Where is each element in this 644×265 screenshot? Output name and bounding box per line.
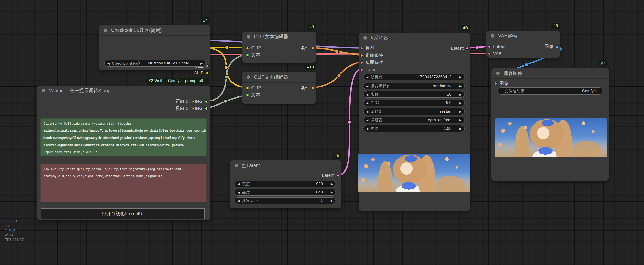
output-slot-conditioning[interactable]: 条件 (300, 45, 315, 51)
output-slot-negative-string[interactable]: 反向 STRING (176, 105, 208, 111)
input-slot-latent[interactable]: Latent (488, 44, 506, 50)
node-header[interactable]: WeiLin 二合一提示词转String (37, 86, 210, 96)
conditioning-port-icon[interactable] (360, 54, 363, 57)
latent-port-icon[interactable] (466, 47, 469, 50)
prev-arrow-icon[interactable]: ◀ (366, 85, 368, 88)
prev-arrow-icon[interactable]: ◀ (366, 119, 368, 122)
conditioning-port-icon[interactable] (312, 87, 315, 90)
next-arrow-icon[interactable]: ▶ (200, 62, 203, 65)
clip-port-icon[interactable] (246, 87, 249, 90)
string-port-icon[interactable] (246, 54, 249, 57)
model-port-icon[interactable] (206, 64, 209, 68)
output-slot-clip[interactable]: CLIP (194, 70, 209, 76)
image-port-icon[interactable] (556, 45, 558, 48)
widget-cfg[interactable]: ◀ CFG 5.0 ▶ (363, 100, 464, 106)
next-arrow-icon[interactable]: ▶ (331, 182, 333, 186)
prev-arrow-icon[interactable]: ◀ (238, 199, 240, 202)
collapse-dot-icon[interactable] (247, 35, 250, 39)
node-header[interactable]: Checkpoint加载器(简易) (99, 25, 210, 36)
node-header[interactable]: 空Latent (230, 160, 341, 171)
widget-steps[interactable]: ◀ 步数 10 ▶ (363, 91, 464, 98)
input-slot-clip[interactable]: CLIP (246, 45, 261, 51)
positive-prompt-textarea[interactable]: (ciloranko:0.8),sakyumama (kedama milk),… (40, 118, 206, 156)
widget-width[interactable]: ◀ 宽度 1920 ▶ (234, 181, 336, 187)
conditioning-port-icon[interactable] (360, 61, 363, 64)
output-slot-latent[interactable]: Latent (322, 172, 340, 178)
node-header[interactable]: 保存图像 (491, 68, 609, 79)
output-slot-image[interactable]: 图像 (544, 44, 558, 50)
widget-sampler-name[interactable]: ◀ 采样器 restart ▶ (363, 108, 464, 115)
widget-batch-size[interactable]: ◀ 批次大小 1 ▶ (234, 197, 336, 204)
latent-port-icon[interactable] (336, 174, 340, 177)
widget-denoise[interactable]: ◀ 降噪 1.00 ▶ (363, 125, 464, 132)
prev-arrow-icon[interactable]: ◀ (366, 93, 368, 96)
string-port-icon[interactable] (205, 107, 208, 110)
negative-prompt-textarea[interactable]: low quality,worst quality,normal quality… (40, 164, 206, 202)
node-clip-encoder-negative[interactable]: #10 CLIP文本编码器 CLIP 文本 条件 (242, 72, 316, 104)
widget-filename-prefix[interactable]: 文件名前缀 ComfyUI (497, 88, 603, 95)
input-slot-image[interactable]: 图像 (494, 80, 508, 87)
model-port-icon[interactable] (360, 47, 363, 50)
next-arrow-icon[interactable]: ▶ (459, 127, 462, 130)
clip-port-icon[interactable] (246, 47, 249, 50)
node-empty-latent[interactable]: #5 空Latent Latent ◀ 宽度 1920 ▶ ◀ 高度 640 ▶… (230, 160, 341, 208)
node-weilin-prompt[interactable]: #2 WeiLin-ComfyUI-prompt-all... WeiLin 二… (37, 86, 210, 220)
collapse-dot-icon[interactable] (491, 34, 494, 38)
prev-arrow-icon[interactable]: ◀ (366, 127, 368, 130)
next-arrow-icon[interactable]: ▶ (459, 119, 462, 122)
input-slot-model[interactable]: 模型 (360, 45, 374, 51)
next-arrow-icon[interactable]: ▶ (459, 102, 462, 105)
output-slot-latent[interactable]: Latent (451, 45, 469, 51)
node-ksampler[interactable]: #8 K采样器 模型 正面条件 负面条件 Latent Latent ◀ 随机种… (359, 33, 470, 211)
latent-port-icon[interactable] (360, 68, 363, 71)
next-arrow-icon[interactable]: ▶ (459, 110, 462, 113)
prev-arrow-icon[interactable]: ◀ (366, 102, 368, 105)
latent-port-icon[interactable] (488, 45, 491, 48)
node-vae-decode[interactable]: #6 VAE解码 Latent VAE 图像 (486, 31, 560, 58)
next-arrow-icon[interactable]: ▶ (459, 85, 462, 88)
next-arrow-icon[interactable]: ▶ (331, 191, 333, 194)
conditioning-port-icon[interactable] (312, 47, 315, 50)
output-slot-conditioning[interactable]: 条件 (300, 85, 315, 91)
input-slot-clip[interactable]: CLIP (246, 85, 261, 91)
node-header[interactable]: CLIP文本编码器 (242, 32, 316, 42)
widget-control-after-generate[interactable]: ◀ 运行后操作 randomize ▶ (363, 83, 464, 89)
widget-seed[interactable]: ◀ 随机种 179044872368412 ▶ (363, 74, 464, 80)
next-arrow-icon[interactable]: ▶ (331, 199, 333, 202)
prev-arrow-icon[interactable]: ◀ (238, 191, 240, 194)
collapse-dot-icon[interactable] (496, 72, 500, 75)
node-header[interactable]: CLIP文本编码器 (242, 72, 316, 83)
node-graph-canvas[interactable]: #4 Checkpoint加载器(简易) 模型 CLIP VAE ◀ Check… (0, 0, 644, 265)
input-slot-text[interactable]: 文本 (246, 92, 260, 98)
input-slot-positive[interactable]: 正面条件 (360, 52, 383, 59)
open-prompt-ui-button[interactable]: 打开可视化PromptUI (41, 208, 205, 219)
next-arrow-icon[interactable]: ▶ (459, 76, 462, 79)
node-header[interactable]: VAE解码 (486, 31, 560, 41)
prev-arrow-icon[interactable]: ◀ (366, 76, 368, 79)
next-arrow-icon[interactable]: ▶ (459, 93, 462, 96)
collapse-dot-icon[interactable] (364, 36, 367, 40)
prev-arrow-icon[interactable]: ◀ (107, 62, 110, 65)
prev-arrow-icon[interactable]: ◀ (238, 182, 240, 186)
input-slot-text[interactable]: 文本 (246, 52, 260, 58)
image-port-icon[interactable] (494, 82, 497, 85)
node-save-image[interactable]: #7 保存图像 图像 文件名前缀 ComfyUI (491, 68, 609, 181)
string-port-icon[interactable] (205, 100, 208, 103)
widget-scheduler[interactable]: ◀ 调度器 sgm_uniform ▶ (363, 117, 464, 123)
collapse-dot-icon[interactable] (247, 75, 250, 79)
output-slot-positive-string[interactable]: 正向 STRING (176, 98, 208, 105)
node-header[interactable]: K采样器 (359, 33, 470, 44)
input-slot-negative[interactable]: 负面条件 (360, 59, 383, 66)
input-slot-vae[interactable]: VAE (488, 51, 502, 57)
widget-checkpoint-name[interactable]: ◀ Checkpoint名称 Illustrious-XL-v0.1.safe.… (104, 60, 206, 67)
widget-height[interactable]: ◀ 高度 640 ▶ (234, 189, 336, 196)
collapse-dot-icon[interactable] (104, 29, 107, 32)
vae-port-icon[interactable] (488, 52, 491, 55)
prev-arrow-icon[interactable]: ◀ (366, 110, 368, 113)
clip-port-icon[interactable] (206, 72, 209, 75)
collapse-dot-icon[interactable] (234, 164, 238, 167)
string-port-icon[interactable] (246, 93, 249, 97)
input-slot-latent[interactable]: Latent (360, 67, 378, 73)
collapse-dot-icon[interactable] (42, 89, 45, 92)
node-clip-encoder-positive[interactable]: #9 CLIP文本编码器 CLIP 文本 条件 (242, 32, 316, 63)
